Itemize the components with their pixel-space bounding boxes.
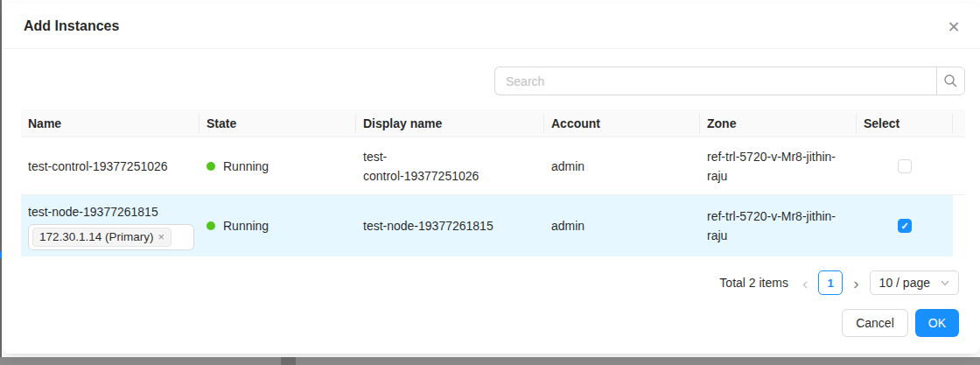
column-header-display-name: Display name [356,109,544,137]
modal-title: Add Instances [24,18,119,33]
cell-account: admin [544,137,700,194]
running-status-icon [206,162,215,171]
cell-display-name: test-node-19377261815 [356,195,544,256]
search-row [21,67,965,95]
pagination-next-icon[interactable]: › [851,275,860,291]
scrollbar-gutter [953,195,965,256]
cell-display-name: test- control-19377251026 [356,137,544,194]
pagination-total: Total 2 items [719,276,788,290]
cell-zone: ref-trl-5720-v-Mr8-jithin- raju [700,195,857,256]
tag-remove-icon[interactable]: × [158,231,165,242]
cell-zone: ref-trl-5720-v-Mr8-jithin- raju [700,137,857,194]
cell-state: Running [200,137,356,194]
running-status-icon [206,221,215,230]
search-input[interactable] [494,67,936,95]
page-size-value: 10 / page [879,276,930,290]
ok-button[interactable]: OK [915,309,959,337]
background-accent-mark [0,251,2,258]
background-page-strip [0,357,980,365]
cell-name: test-control-19377251026 [21,137,200,194]
search-button[interactable] [936,67,965,95]
column-header-select: Select [857,109,953,137]
chevron-down-icon [941,280,949,286]
table-row[interactable]: test-control-19377251026 Running test- c… [21,137,965,195]
state-label: Running [223,216,269,235]
column-header-zone: Zone [700,109,857,137]
modal-body: Name State Display name Account Zone Sel… [3,49,980,337]
column-header-account: Account [544,109,700,137]
search-icon [943,74,958,88]
cancel-button[interactable]: Cancel [842,309,908,337]
cell-name: test-node-19377261815 172.30.1.14 (Prima… [21,195,200,256]
cell-select: ✓ [857,195,953,256]
cell-select: ✓ [857,137,953,194]
add-instances-modal: Add Instances ✕ [3,4,980,354]
scrollbar-gutter-header [953,109,967,137]
state-label: Running [223,157,269,176]
modal-header: Add Instances [3,4,980,49]
row-checkbox-checked[interactable]: ✓ [898,219,912,233]
page-size-select[interactable]: 10 / page [870,270,959,295]
scrollbar-gutter [953,137,965,194]
background-page-strip-segment [281,357,296,365]
modal-footer: Cancel OK [21,309,965,337]
column-header-state: State [200,109,356,137]
close-icon[interactable]: ✕ [943,17,964,38]
nic-select-field[interactable]: 172.30.1.14 (Primary) × [28,224,194,250]
row-checkbox-unchecked[interactable]: ✓ [898,159,912,173]
background-page-edge [0,0,2,365]
nic-tag: 172.30.1.14 (Primary) × [32,228,172,247]
nic-tag-label: 172.30.1.14 (Primary) [39,228,154,247]
table-row-selected[interactable]: test-node-19377261815 172.30.1.14 (Prima… [21,195,965,256]
column-header-name: Name [21,109,200,137]
cell-state: Running [200,195,356,256]
instance-name: test-node-19377261815 [28,202,158,221]
check-icon: ✓ [900,221,908,231]
pagination-prev-icon[interactable]: ‹ [801,275,809,291]
pagination-page-1[interactable]: 1 [818,270,843,295]
cell-account: admin [544,195,700,256]
instances-table: Name State Display name Account Zone Sel… [21,109,965,256]
pagination: Total 2 items ‹ 1 › 10 / page [21,270,965,295]
search-group [494,67,965,95]
table-header-row: Name State Display name Account Zone Sel… [21,109,965,137]
